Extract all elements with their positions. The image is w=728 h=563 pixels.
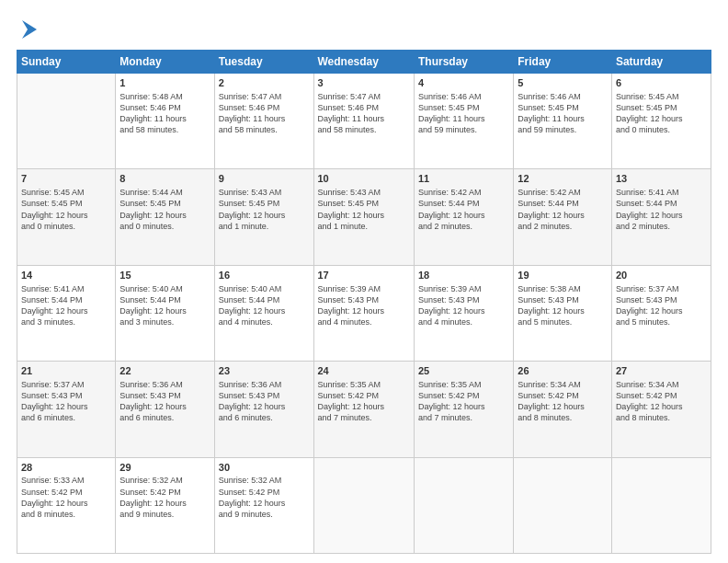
- day-number: 5: [518, 76, 608, 90]
- day-number: 1: [119, 76, 210, 90]
- day-number: 16: [219, 269, 310, 282]
- week-row-1: 7Sunrise: 5:45 AM Sunset: 5:45 PM Daylig…: [17, 169, 711, 265]
- calendar-cell: 22Sunrise: 5:36 AM Sunset: 5:43 PM Dayli…: [116, 362, 214, 457]
- calendar-cell: 17Sunrise: 5:39 AM Sunset: 5:43 PM Dayli…: [313, 265, 414, 361]
- calendar-cell: [514, 457, 612, 553]
- calendar-cell: 8Sunrise: 5:44 AM Sunset: 5:45 PM Daylig…: [116, 169, 214, 265]
- day-info: Sunrise: 5:46 AM Sunset: 5:45 PM Dayligh…: [518, 91, 608, 136]
- day-header-wednesday: Wednesday: [313, 51, 414, 74]
- week-row-2: 14Sunrise: 5:41 AM Sunset: 5:44 PM Dayli…: [17, 265, 711, 361]
- day-info: Sunrise: 5:34 AM Sunset: 5:42 PM Dayligh…: [616, 379, 707, 424]
- day-info: Sunrise: 5:36 AM Sunset: 5:43 PM Dayligh…: [219, 379, 310, 424]
- calendar-cell: 6Sunrise: 5:45 AM Sunset: 5:45 PM Daylig…: [611, 74, 711, 169]
- day-number: 9: [219, 172, 310, 186]
- week-row-3: 21Sunrise: 5:37 AM Sunset: 5:43 PM Dayli…: [17, 362, 711, 457]
- day-number: 20: [616, 269, 707, 282]
- day-info: Sunrise: 5:45 AM Sunset: 5:45 PM Dayligh…: [616, 91, 707, 136]
- day-number: 19: [518, 269, 608, 282]
- day-number: 30: [219, 461, 310, 475]
- calendar-cell: 25Sunrise: 5:35 AM Sunset: 5:42 PM Dayli…: [414, 362, 513, 457]
- calendar-cell: 21Sunrise: 5:37 AM Sunset: 5:43 PM Dayli…: [17, 362, 116, 457]
- calendar-cell: 2Sunrise: 5:47 AM Sunset: 5:46 PM Daylig…: [214, 74, 313, 169]
- day-info: Sunrise: 5:46 AM Sunset: 5:45 PM Dayligh…: [418, 91, 509, 136]
- calendar-page: SundayMondayTuesdayWednesdayThursdayFrid…: [0, 0, 728, 563]
- calendar-table: SundayMondayTuesdayWednesdayThursdayFrid…: [17, 50, 711, 554]
- calendar-cell: 30Sunrise: 5:32 AM Sunset: 5:42 PM Dayli…: [214, 457, 313, 553]
- calendar-cell: 12Sunrise: 5:42 AM Sunset: 5:44 PM Dayli…: [514, 169, 612, 265]
- day-number: 18: [418, 269, 509, 282]
- day-info: Sunrise: 5:39 AM Sunset: 5:43 PM Dayligh…: [318, 283, 410, 328]
- day-number: 17: [318, 269, 410, 282]
- logo-icon: [18, 17, 40, 42]
- calendar-cell: 14Sunrise: 5:41 AM Sunset: 5:44 PM Dayli…: [17, 265, 116, 361]
- day-number: 14: [21, 269, 111, 282]
- calendar-cell: 10Sunrise: 5:43 AM Sunset: 5:45 PM Dayli…: [313, 169, 414, 265]
- day-header-tuesday: Tuesday: [214, 51, 313, 74]
- day-info: Sunrise: 5:44 AM Sunset: 5:45 PM Dayligh…: [119, 187, 210, 232]
- day-info: Sunrise: 5:42 AM Sunset: 5:44 PM Dayligh…: [418, 187, 509, 232]
- calendar-header: SundayMondayTuesdayWednesdayThursdayFrid…: [17, 51, 711, 74]
- day-number: 22: [119, 364, 210, 378]
- day-info: Sunrise: 5:37 AM Sunset: 5:43 PM Dayligh…: [21, 379, 111, 424]
- day-info: Sunrise: 5:32 AM Sunset: 5:42 PM Dayligh…: [119, 475, 210, 520]
- calendar-cell: 16Sunrise: 5:40 AM Sunset: 5:44 PM Dayli…: [214, 265, 313, 361]
- calendar-cell: 27Sunrise: 5:34 AM Sunset: 5:42 PM Dayli…: [611, 362, 711, 457]
- logo: [17, 17, 40, 42]
- calendar-cell: 26Sunrise: 5:34 AM Sunset: 5:42 PM Dayli…: [514, 362, 612, 457]
- day-info: Sunrise: 5:43 AM Sunset: 5:45 PM Dayligh…: [318, 187, 410, 232]
- day-info: Sunrise: 5:42 AM Sunset: 5:44 PM Dayligh…: [518, 187, 608, 232]
- day-info: Sunrise: 5:41 AM Sunset: 5:44 PM Dayligh…: [21, 283, 111, 328]
- day-number: 13: [616, 172, 707, 186]
- calendar-cell: 29Sunrise: 5:32 AM Sunset: 5:42 PM Dayli…: [116, 457, 214, 553]
- day-info: Sunrise: 5:47 AM Sunset: 5:46 PM Dayligh…: [318, 91, 410, 136]
- day-info: Sunrise: 5:39 AM Sunset: 5:43 PM Dayligh…: [418, 283, 509, 328]
- calendar-cell: [313, 457, 414, 553]
- day-number: 7: [21, 172, 111, 186]
- calendar-cell: [611, 457, 711, 553]
- day-info: Sunrise: 5:37 AM Sunset: 5:43 PM Dayligh…: [616, 283, 707, 328]
- calendar-cell: 7Sunrise: 5:45 AM Sunset: 5:45 PM Daylig…: [17, 169, 116, 265]
- calendar-cell: 13Sunrise: 5:41 AM Sunset: 5:44 PM Dayli…: [611, 169, 711, 265]
- day-info: Sunrise: 5:40 AM Sunset: 5:44 PM Dayligh…: [119, 283, 210, 328]
- calendar-cell: 19Sunrise: 5:38 AM Sunset: 5:43 PM Dayli…: [514, 265, 612, 361]
- day-number: 15: [119, 269, 210, 282]
- header-row: SundayMondayTuesdayWednesdayThursdayFrid…: [17, 51, 711, 74]
- header: [17, 17, 711, 42]
- day-number: 25: [418, 364, 509, 378]
- day-number: 23: [219, 364, 310, 378]
- calendar-cell: 24Sunrise: 5:35 AM Sunset: 5:42 PM Dayli…: [313, 362, 414, 457]
- logo-text: [17, 17, 40, 42]
- day-info: Sunrise: 5:35 AM Sunset: 5:42 PM Dayligh…: [318, 379, 410, 424]
- calendar-cell: [414, 457, 513, 553]
- calendar-cell: 11Sunrise: 5:42 AM Sunset: 5:44 PM Dayli…: [414, 169, 513, 265]
- week-row-0: 1Sunrise: 5:48 AM Sunset: 5:46 PM Daylig…: [17, 74, 711, 169]
- day-info: Sunrise: 5:38 AM Sunset: 5:43 PM Dayligh…: [518, 283, 608, 328]
- day-info: Sunrise: 5:32 AM Sunset: 5:42 PM Dayligh…: [219, 475, 310, 520]
- day-number: 3: [318, 76, 410, 90]
- calendar-cell: 1Sunrise: 5:48 AM Sunset: 5:46 PM Daylig…: [116, 74, 214, 169]
- calendar-cell: [17, 74, 116, 169]
- calendar-body: 1Sunrise: 5:48 AM Sunset: 5:46 PM Daylig…: [17, 74, 711, 554]
- day-header-saturday: Saturday: [611, 51, 711, 74]
- day-number: 8: [119, 172, 210, 186]
- day-number: 4: [418, 76, 509, 90]
- calendar-cell: 9Sunrise: 5:43 AM Sunset: 5:45 PM Daylig…: [214, 169, 313, 265]
- day-number: 2: [219, 76, 310, 90]
- day-number: 10: [318, 172, 410, 186]
- day-info: Sunrise: 5:43 AM Sunset: 5:45 PM Dayligh…: [219, 187, 310, 232]
- day-info: Sunrise: 5:35 AM Sunset: 5:42 PM Dayligh…: [418, 379, 509, 424]
- week-row-4: 28Sunrise: 5:33 AM Sunset: 5:42 PM Dayli…: [17, 457, 711, 553]
- day-info: Sunrise: 5:34 AM Sunset: 5:42 PM Dayligh…: [518, 379, 608, 424]
- day-number: 27: [616, 364, 707, 378]
- day-number: 11: [418, 172, 509, 186]
- calendar-cell: 3Sunrise: 5:47 AM Sunset: 5:46 PM Daylig…: [313, 74, 414, 169]
- day-info: Sunrise: 5:36 AM Sunset: 5:43 PM Dayligh…: [119, 379, 210, 424]
- calendar-cell: 18Sunrise: 5:39 AM Sunset: 5:43 PM Dayli…: [414, 265, 513, 361]
- day-header-sunday: Sunday: [17, 51, 116, 74]
- calendar-cell: 23Sunrise: 5:36 AM Sunset: 5:43 PM Dayli…: [214, 362, 313, 457]
- calendar-cell: 20Sunrise: 5:37 AM Sunset: 5:43 PM Dayli…: [611, 265, 711, 361]
- calendar-cell: 4Sunrise: 5:46 AM Sunset: 5:45 PM Daylig…: [414, 74, 513, 169]
- day-header-thursday: Thursday: [414, 51, 513, 74]
- day-info: Sunrise: 5:47 AM Sunset: 5:46 PM Dayligh…: [219, 91, 310, 136]
- day-info: Sunrise: 5:45 AM Sunset: 5:45 PM Dayligh…: [21, 187, 111, 232]
